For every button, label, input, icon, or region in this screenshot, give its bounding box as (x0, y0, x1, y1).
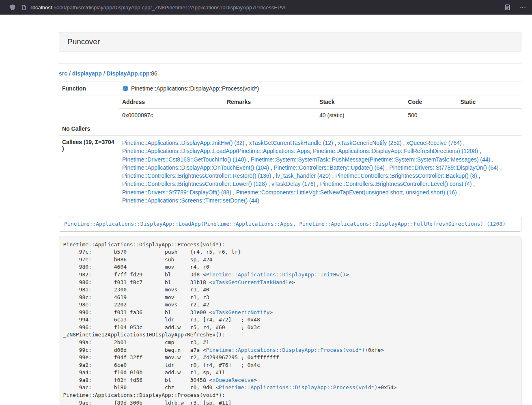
callee-link[interactable]: Pinetime::Applications::DisplayApp::OnTo… (122, 164, 269, 171)
callee-separator: , (244, 140, 249, 146)
breadcrumb: src / displayapp / DisplayApp.cpp:86 (59, 70, 521, 77)
stats-value (457, 109, 521, 122)
callee-link[interactable]: vTaskDelay (176) (271, 181, 315, 187)
function-label: Function (59, 82, 119, 95)
tracking-protection-shield-icon[interactable] (9, 4, 16, 11)
callee-separator: , (267, 181, 271, 187)
callees-row: Callees (19, Σ=3704 ) Pinetime::Applicat… (59, 136, 521, 208)
url-path: :5000/path/src/displayapp/DisplayApp.cpp… (52, 4, 285, 11)
stats-value: 40 (static) (316, 109, 405, 122)
callee-separator: , (331, 172, 336, 179)
callees-list: Pinetime::Applications::DisplayApp::Init… (119, 136, 521, 208)
breadcrumb-link[interactable]: DisplayApp.cpp (107, 70, 150, 77)
stats-header: Remarks (224, 95, 316, 109)
stats-header: Address (119, 95, 224, 109)
symbol-link[interactable]: Pinetime::Applications::DisplayApp::Proc… (206, 347, 365, 353)
page-content: Puncover src / displayapp / DisplayApp.c… (59, 15, 521, 405)
callee-link[interactable]: Pinetime::System::SystemTask::PushMessag… (251, 156, 491, 163)
callee-separator: , (478, 148, 481, 154)
callee-link[interactable]: Pinetime::Controllers::BrightnessControl… (122, 181, 267, 187)
highlighted-symbol-box: Pinetime::Applications::DisplayApp::Load… (59, 217, 521, 232)
stats-value: 0x0000097c (119, 109, 224, 122)
app-title: Puncover (67, 37, 513, 46)
callee-separator: , (461, 140, 465, 146)
stats-value (224, 109, 316, 122)
no-callers-label: No Callers (59, 122, 119, 136)
symbol-info-table: Function Pinetime::Applications::Display… (59, 82, 521, 208)
callee-link[interactable]: xQueueReceive (764) (406, 140, 461, 146)
reader-view-icon[interactable] (504, 4, 511, 11)
stats-header: Code (405, 95, 457, 109)
stats-row-label (59, 95, 119, 122)
divider (59, 63, 521, 64)
callee-link[interactable]: Pinetime::Drivers::St7789::DisplayOn() (… (389, 164, 498, 171)
stats-value: 500 (405, 109, 457, 122)
callee-separator: , (477, 172, 480, 179)
callee-separator: , (499, 164, 502, 171)
symbol-link[interactable]: Pinetime::Applications::DisplayApp::Init… (206, 271, 346, 278)
callee-link[interactable]: Pinetime::Controllers::BrightnessControl… (335, 172, 477, 179)
callees-label: Callees (19, Σ=3704 ) (59, 136, 119, 208)
callee-link[interactable]: Pinetime::Applications::DisplayApp::Load… (122, 148, 478, 154)
highlighted-symbol-link[interactable]: Pinetime::Applications::DisplayApp::Load… (64, 221, 506, 227)
toolbar-right-actions: ⋯ (504, 4, 526, 11)
callee-separator: , (246, 156, 251, 163)
page-actions-menu-icon[interactable]: ⋯ (519, 4, 526, 11)
callee-separator: , (333, 140, 338, 146)
puncover-header-panel: Puncover (59, 32, 521, 52)
stats-row: AddressRemarksStackCodeStatic 0x0000097c… (59, 95, 521, 122)
stats-table: AddressRemarksStackCodeStatic 0x0000097c… (119, 95, 521, 122)
callee-link[interactable]: Pinetime::Controllers::BrightnessControl… (122, 172, 271, 179)
breadcrumb-link[interactable]: src (59, 70, 67, 77)
callers-cell (119, 122, 521, 136)
callee-separator: , (472, 181, 475, 187)
callee-separator: , (457, 189, 460, 196)
url-host: localhost (31, 4, 52, 11)
callee-link[interactable]: xTaskGetCurrentTaskHandle (12) (249, 140, 333, 146)
callee-link[interactable]: Pinetime::Drivers::St7789::DisplayOff() … (122, 189, 231, 196)
callee-separator: , (231, 189, 236, 196)
callee-separator: , (271, 172, 276, 179)
callee-separator: , (402, 140, 407, 146)
function-row: Function Pinetime::Applications::Display… (59, 82, 521, 95)
breadcrumb-separator: / (67, 70, 72, 77)
callee-link[interactable]: Pinetime::Drivers::Cst816S::GetTouchInfo… (122, 156, 246, 163)
stats-header-row: AddressRemarksStackCodeStatic (119, 95, 521, 109)
url-bar[interactable]: localhost:5000/path/src/displayapp/Displ… (31, 4, 504, 11)
callee-link[interactable]: Pinetime::Applications::DisplayApp::Init… (122, 140, 244, 146)
function-value-cell: Pinetime::Applications::DisplayApp::Proc… (119, 82, 521, 95)
callee-link[interactable]: xTaskGenericNotify (252) (338, 140, 401, 146)
disassembly: Pinetime::Applications::DisplayApp::Proc… (59, 237, 521, 405)
symbol-link[interactable]: xTaskGetCurrentTaskHandle (212, 279, 292, 285)
callee-link[interactable]: Pinetime::Controllers::Battery::Update()… (274, 164, 385, 171)
symbol-link[interactable]: xQueueReceive (212, 377, 254, 383)
browser-toolbar: localhost:5000/path/src/displayapp/Displ… (0, 0, 532, 15)
stats-cell: AddressRemarksStackCodeStatic 0x0000097c… (119, 95, 521, 122)
callee-link[interactable]: Pinetime::Applications::Screens::Timer::… (122, 197, 259, 204)
callee-separator: , (490, 156, 493, 163)
callers-row: No Callers (59, 122, 521, 136)
callee-separator: , (269, 164, 274, 171)
symbol-link[interactable]: Pinetime::Applications::DisplayApp::Proc… (219, 384, 377, 390)
symbol-link[interactable]: xTaskGenericNotify (212, 309, 269, 315)
callee-separator: , (385, 164, 390, 171)
page-info-icon[interactable] (20, 4, 28, 11)
callee-link[interactable]: Pinetime::Controllers::BrightnessControl… (320, 181, 472, 187)
stats-value-row: 0x0000097c40 (static)500 (119, 109, 521, 122)
breadcrumb-line-number: :86 (149, 70, 157, 77)
breadcrumb-separator: / (102, 70, 107, 77)
stats-header: Stack (316, 95, 405, 109)
stats-header: Static (457, 95, 521, 109)
breadcrumb-link[interactable]: displayapp (72, 70, 102, 77)
callee-link[interactable]: Pinetime::Components::LittleVgl::SetNewT… (236, 189, 457, 196)
symbol-cube-icon (122, 85, 129, 92)
callee-link[interactable]: lv_task_handler (420) (276, 172, 331, 179)
function-name: Pinetime::Applications::DisplayApp::Proc… (131, 85, 259, 92)
callee-separator: , (315, 181, 320, 187)
